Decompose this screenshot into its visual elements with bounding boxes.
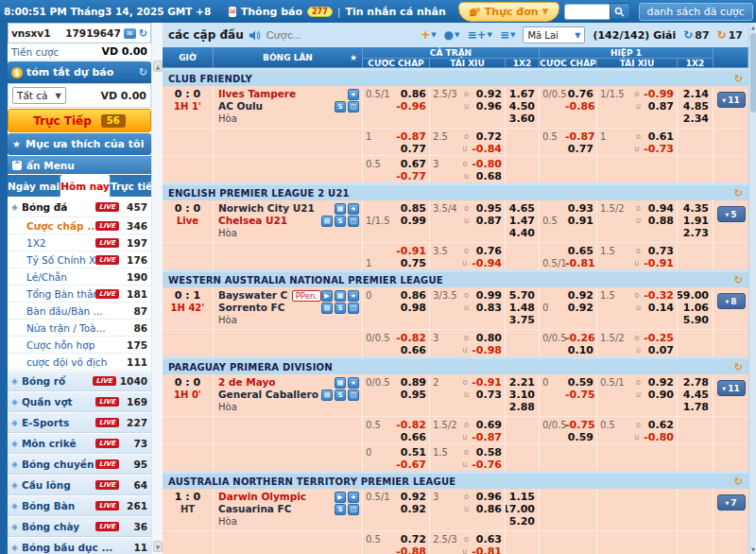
odds-value[interactable]: 0.87 bbox=[645, 100, 674, 113]
grid-icon[interactable]: ▦ bbox=[335, 377, 346, 389]
sidebar-item[interactable]: Tỷ Số Chính XácLIVE176 bbox=[8, 251, 151, 268]
tv-icon[interactable]: ◫ bbox=[348, 303, 359, 314]
sidebar-item[interactable]: ◈Quần vợtLIVE169 bbox=[8, 391, 151, 412]
odds-value[interactable]: 0.51 bbox=[401, 446, 426, 459]
odds-value[interactable]: 2.73 bbox=[683, 227, 709, 239]
sidebar-item[interactable]: ◈E-SportsLIVE227 bbox=[8, 412, 151, 433]
odds-value[interactable]: 0.73 bbox=[645, 245, 674, 257]
main-scrollbar[interactable]: ▲ ▼ bbox=[748, 23, 756, 554]
odds-value[interactable]: 0.73 bbox=[473, 389, 502, 401]
odds-value[interactable]: -0.80 bbox=[644, 431, 674, 443]
odds-value[interactable]: 0.68 bbox=[473, 170, 502, 182]
odds-value[interactable]: 4.35 bbox=[683, 202, 709, 215]
odds-value[interactable]: 0.66 bbox=[401, 431, 426, 443]
odds-value[interactable]: -0.25 bbox=[644, 332, 674, 344]
sidebar-tab[interactable]: Trực tiếp bbox=[111, 175, 151, 197]
odds-value[interactable]: 0.62 bbox=[645, 419, 674, 431]
odds-value[interactable]: 0.91 bbox=[568, 215, 593, 227]
odds-value[interactable]: 2.88 bbox=[509, 401, 535, 413]
odds-value[interactable]: -0.80 bbox=[472, 158, 502, 170]
odds-value[interactable]: 0.67 bbox=[401, 158, 426, 170]
refresh-icon[interactable]: ↻ bbox=[734, 476, 743, 488]
odds-value[interactable]: 0.92 bbox=[568, 289, 593, 302]
tv-icon[interactable]: ◫ bbox=[348, 101, 359, 113]
sidebar-scrollbar[interactable]: ▲ ▼ bbox=[151, 23, 163, 554]
odds-value[interactable]: 1.48 bbox=[509, 302, 535, 314]
odds-value[interactable]: 0.98 bbox=[401, 302, 426, 314]
odds-value[interactable]: -0.75 bbox=[565, 389, 595, 401]
hide-menu-bar[interactable]: ^ ẩn Menu bbox=[8, 156, 151, 174]
odds-value[interactable]: -0.87 bbox=[472, 431, 502, 443]
sport-ball-icon[interactable]: ●▼ bbox=[444, 28, 460, 42]
odds-value[interactable]: 1.91 bbox=[683, 215, 709, 227]
s-icon[interactable]: S bbox=[335, 101, 346, 113]
refresh-icon[interactable]: ↻ bbox=[734, 187, 743, 199]
favorite-star-icon[interactable]: ★ bbox=[350, 53, 357, 62]
refresh-forecast-icon[interactable]: ↻ bbox=[139, 66, 147, 78]
odds-value[interactable]: 0.72 bbox=[473, 130, 502, 143]
sidebar-item[interactable]: Nửa trận / Toà...86 bbox=[8, 320, 151, 337]
odds-value[interactable]: -0.91 bbox=[396, 245, 426, 257]
sidebar-item[interactable]: ◈Bóng rổLIVE1040 bbox=[8, 371, 151, 391]
odds-value[interactable]: 0.86 bbox=[401, 88, 426, 100]
odds-value[interactable]: 0.69 bbox=[473, 419, 502, 431]
odds-value[interactable]: 0.10 bbox=[568, 344, 593, 356]
sidebar-item[interactable]: 1X2LIVE197 bbox=[8, 234, 151, 251]
odds-value[interactable]: 0.83 bbox=[473, 302, 502, 314]
star-icon[interactable]: ★ bbox=[348, 89, 359, 100]
sidebar-item[interactable]: ◈Bóng chàyLIVE36 bbox=[8, 516, 151, 537]
bet-search-input[interactable] bbox=[266, 29, 380, 41]
odds-value[interactable]: 0.80 bbox=[473, 332, 502, 344]
refresh-counter-orange[interactable]: ↻17 bbox=[717, 28, 743, 42]
search-button[interactable] bbox=[610, 3, 630, 20]
odds-value[interactable]: 4.85 bbox=[683, 100, 709, 113]
odds-value[interactable]: -0.67 bbox=[396, 459, 426, 471]
more-bets-button[interactable]: ▼8 bbox=[717, 293, 746, 309]
video-icon[interactable]: ▶ bbox=[321, 290, 333, 302]
odds-value[interactable]: 1.47 bbox=[509, 215, 535, 227]
refresh-counter-blue[interactable]: ↻87 bbox=[683, 28, 709, 42]
sidebar-item[interactable]: ◈Bóng đáLIVE457 bbox=[8, 197, 151, 217]
sidebar-item[interactable]: ◈Cầu lôngLIVE64 bbox=[8, 475, 151, 495]
sidebar-item[interactable]: Lẻ/Chẵn190 bbox=[8, 268, 151, 286]
odds-value[interactable]: 4.45 bbox=[683, 389, 709, 401]
topbar-nav-button[interactable]: danh sách đã cược bbox=[639, 3, 753, 21]
odds-value[interactable]: 0.66 bbox=[401, 344, 426, 356]
odds-value[interactable]: 0.99 bbox=[473, 289, 502, 302]
odds-value[interactable]: 0.87 bbox=[473, 215, 502, 227]
tv-icon[interactable]: ◫ bbox=[348, 390, 359, 401]
odds-value[interactable]: 3.75 bbox=[509, 314, 535, 326]
odds-value[interactable]: -0.86 bbox=[565, 100, 595, 113]
more-bets-button[interactable]: ▼11 bbox=[717, 380, 746, 396]
odds-value[interactable]: 0.86 bbox=[473, 503, 502, 515]
odds-value[interactable]: 0.77 bbox=[401, 143, 426, 155]
odds-value[interactable]: 0.95 bbox=[473, 202, 502, 215]
odds-value[interactable]: 2.14 bbox=[683, 88, 709, 100]
grid-icon[interactable]: ▦ bbox=[335, 203, 346, 215]
odds-value[interactable]: 0.58 bbox=[473, 446, 502, 459]
chart-icon[interactable]: ▤ bbox=[321, 216, 333, 227]
odds-value[interactable]: 0.92 bbox=[568, 302, 593, 314]
refresh-balance-icon[interactable]: ↻ bbox=[139, 27, 147, 40]
odds-value[interactable]: 1.06 bbox=[683, 302, 709, 314]
sidebar-item[interactable]: Tổng Bàn thắngLIVE181 bbox=[8, 286, 151, 303]
s-icon[interactable]: S bbox=[335, 504, 346, 515]
odds-value[interactable]: 2.78 bbox=[683, 376, 709, 389]
tv-icon[interactable]: ◫ bbox=[348, 504, 359, 515]
odds-value[interactable]: 0.86 bbox=[401, 289, 426, 302]
private-messages-link[interactable]: Tin nhắn cá nhân bbox=[345, 6, 445, 18]
odds-value[interactable]: 0.93 bbox=[568, 202, 593, 215]
sidebar-item[interactable]: Bàn đầu/Bàn ...87 bbox=[8, 303, 151, 320]
odds-value[interactable]: -0.99 bbox=[644, 88, 674, 100]
notifications-link[interactable]: Thông báo bbox=[241, 6, 302, 18]
odds-value[interactable]: -0.77 bbox=[396, 170, 426, 182]
sidebar-item[interactable]: Cược hỗn hợp175 bbox=[8, 337, 151, 354]
odds-value[interactable]: 0.75 bbox=[401, 257, 426, 269]
odds-value[interactable]: 5.70 bbox=[509, 289, 535, 302]
odds-value[interactable]: 2.21 bbox=[509, 376, 535, 389]
chart-icon[interactable]: ▤ bbox=[321, 390, 333, 401]
odds-value[interactable]: 0.61 bbox=[645, 130, 674, 143]
video-icon[interactable]: ▶ bbox=[335, 492, 346, 503]
s-icon[interactable]: S bbox=[335, 216, 346, 227]
main-menu-tab[interactable]: Thực đơn ▼ bbox=[458, 2, 559, 22]
